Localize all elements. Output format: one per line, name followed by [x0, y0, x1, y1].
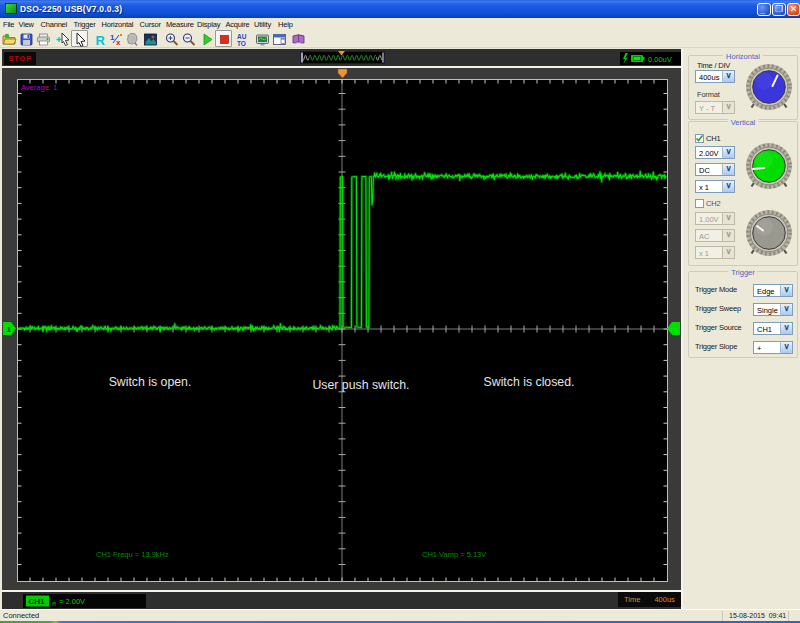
svg-text:= 2.00V: = 2.00V	[59, 597, 85, 606]
svg-text:CH1 Vamp = 5.13V: CH1 Vamp = 5.13V	[422, 550, 486, 559]
svg-text:Switch is closed.: Switch is closed.	[484, 375, 575, 389]
svg-text:TO: TO	[237, 40, 246, 47]
svg-text:0.00uV: 0.00uV	[648, 55, 672, 64]
svg-text:x: x	[116, 38, 121, 47]
svg-text:CH1 Frequ = 13.9kHz: CH1 Frequ = 13.9kHz	[96, 550, 169, 559]
svg-text:1: 1	[7, 325, 12, 334]
svg-text:User push switch.: User push switch.	[312, 378, 409, 392]
svg-text:Switch is open.: Switch is open.	[109, 375, 192, 389]
svg-text:CH1: CH1	[29, 597, 46, 606]
svg-text:R: R	[96, 33, 106, 48]
svg-text:Average: 1: Average: 1	[21, 83, 57, 92]
